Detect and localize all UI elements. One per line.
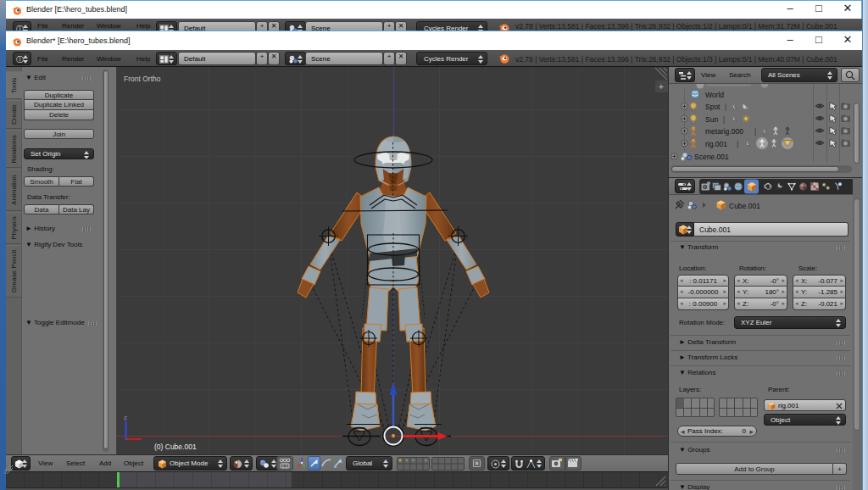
svg-text:Scene.001: Scene.001 bbox=[694, 153, 729, 161]
svg-text:Sun: Sun bbox=[705, 115, 718, 124]
svg-text:|: | bbox=[737, 140, 738, 148]
svg-text:|: | bbox=[723, 115, 725, 124]
svg-text:metarig.000: metarig.000 bbox=[705, 127, 743, 136]
svg-text:|: | bbox=[754, 127, 756, 136]
svg-text:rig.001: rig.001 bbox=[705, 140, 727, 148]
svg-text:|: | bbox=[725, 103, 726, 111]
svg-text:(0) Cube.001: (0) Cube.001 bbox=[154, 443, 197, 451]
svg-text:World: World bbox=[705, 91, 724, 99]
svg-text:+: + bbox=[659, 82, 664, 92]
svg-text:Spot: Spot bbox=[705, 103, 721, 111]
svg-text:Front Ortho: Front Ortho bbox=[124, 75, 161, 83]
svg-text:Cube.001: Cube.001 bbox=[729, 202, 760, 210]
svg-text:z: z bbox=[124, 414, 127, 421]
